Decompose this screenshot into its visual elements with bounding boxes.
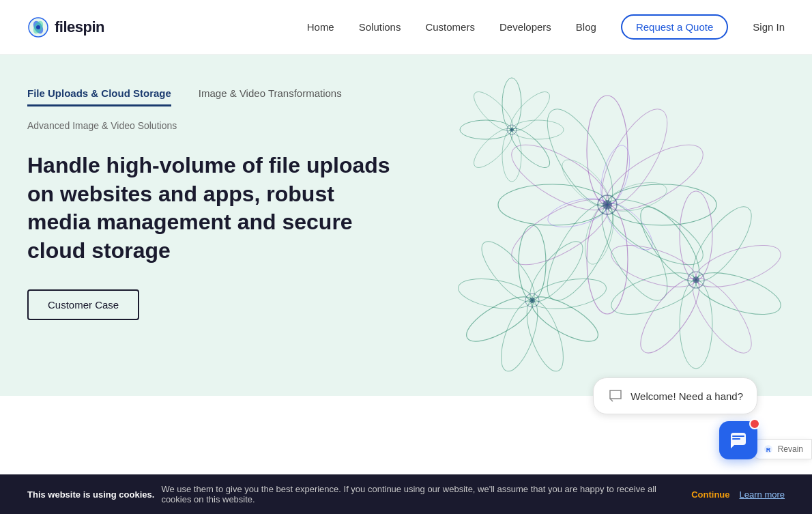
svg-point-3 (36, 25, 40, 29)
svg-point-53 (456, 274, 534, 313)
svg-point-7 (607, 184, 716, 225)
svg-point-35 (693, 276, 699, 283)
chat-button-icon (729, 431, 748, 450)
main-nav: Home Solutions Customers Developers Blog… (307, 14, 785, 40)
hero-section: File Uploads & Cloud Storage Image & Vid… (0, 55, 812, 396)
cookie-message: We use them to give you the best experie… (161, 484, 682, 504)
nav-blog[interactable]: Blog (576, 21, 596, 33)
sign-in-button[interactable]: Sign In (753, 21, 785, 33)
nav-developers[interactable]: Developers (499, 21, 551, 33)
svg-point-24 (680, 191, 712, 280)
svg-point-33 (630, 199, 709, 289)
cookie-banner: This website is using cookies. We use th… (0, 474, 812, 514)
chat-widget: Welcome! Need a hand? (593, 377, 757, 459)
flowers-svg (375, 68, 812, 382)
chat-bubble-text: Welcome! Need a hand? (630, 390, 743, 402)
svg-point-17 (604, 177, 669, 216)
chat-bubble[interactable]: Welcome! Need a hand? (593, 377, 757, 414)
svg-point-48 (530, 274, 609, 313)
tab-image-video[interactable]: Image & Video Transformations (199, 82, 342, 106)
cookie-learn-more-link[interactable]: Learn more (740, 489, 785, 500)
nav-solutions[interactable]: Solutions (359, 21, 401, 33)
logo[interactable]: filespin (27, 16, 104, 38)
nav-customers[interactable]: Customers (425, 21, 475, 33)
svg-point-42 (460, 120, 512, 139)
svg-point-36 (502, 78, 521, 130)
header: filespin Home Solutions Customers Develo… (0, 0, 812, 55)
chat-open-button[interactable] (719, 421, 757, 459)
svg-point-30 (630, 270, 709, 361)
svg-point-45 (510, 128, 514, 132)
svg-point-28 (683, 270, 762, 361)
svg-point-4 (587, 96, 628, 205)
nav-home[interactable]: Home (307, 21, 334, 33)
revain-label: Revain (778, 444, 803, 454)
svg-point-29 (680, 280, 712, 369)
cookie-continue-button[interactable]: Continue (691, 489, 729, 500)
svg-point-25 (683, 199, 762, 289)
svg-point-16 (596, 142, 635, 208)
svg-text:R: R (766, 446, 770, 453)
svg-point-13 (498, 184, 607, 225)
svg-point-10 (587, 205, 628, 314)
svg-point-19 (579, 201, 619, 267)
logo-icon (27, 16, 49, 38)
revain-icon: R (763, 444, 774, 455)
hero-title: Handle high-volume of file uploads on we… (27, 152, 396, 265)
hero-decorative-art (375, 68, 812, 382)
svg-point-50 (519, 296, 570, 375)
chat-notification-dot (749, 418, 760, 429)
svg-point-23 (603, 200, 612, 210)
logo-text: filespin (55, 18, 104, 36)
cookie-bold-text: This website is using cookies. (27, 489, 154, 500)
hero-content: Handle high-volume of file uploads on we… (27, 152, 396, 320)
customer-case-button[interactable]: Customer Case (27, 289, 139, 320)
revain-badge[interactable]: R Revain (754, 439, 812, 459)
chat-bubble-icon (607, 388, 624, 404)
svg-point-56 (530, 298, 535, 303)
svg-point-38 (512, 120, 564, 139)
request-quote-button[interactable]: Request a Quote (621, 14, 728, 40)
tab-file-uploads[interactable]: File Uploads & Cloud Storage (27, 82, 171, 106)
svg-point-20 (545, 193, 610, 233)
